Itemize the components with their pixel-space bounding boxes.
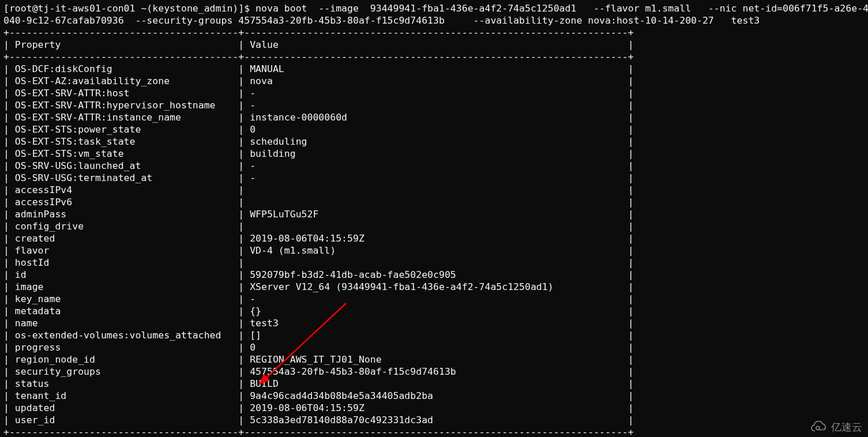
watermark-text: 亿速云 — [831, 421, 862, 434]
svg-point-1 — [816, 426, 820, 430]
watermark: 亿速云 — [808, 421, 862, 434]
terminal-output: [root@tj-it-aws01-con01 ~(keystone_admin… — [0, 0, 868, 437]
cloud-icon — [808, 421, 828, 434]
